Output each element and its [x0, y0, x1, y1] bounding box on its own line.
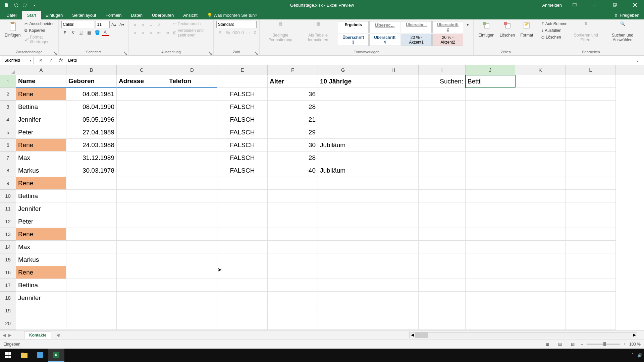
cell-K18[interactable] [515, 292, 566, 304]
font-size-select[interactable] [96, 21, 110, 28]
tab-layout[interactable]: Seitenlayout [67, 11, 101, 19]
scrollbar-thumb[interactable] [415, 333, 428, 338]
cell-I17[interactable] [419, 279, 466, 292]
cell-A11[interactable]: Jennifer [16, 202, 66, 215]
fill-button[interactable]: ↓Ausfüllen [541, 27, 568, 34]
cell-K6[interactable] [515, 139, 566, 152]
cell-G14[interactable] [318, 241, 368, 253]
cell-K2[interactable] [515, 88, 566, 101]
cell-E8[interactable]: FALSCH [217, 164, 268, 177]
col-header-E[interactable]: E [217, 65, 268, 75]
cell-C2[interactable] [117, 88, 167, 101]
taskbar-excel-icon[interactable]: X [48, 349, 64, 362]
cell-A10[interactable]: Bettina [16, 190, 66, 202]
cell-J11[interactable] [466, 202, 515, 215]
col-header-I[interactable]: I [419, 65, 466, 75]
cell-D5[interactable] [167, 126, 217, 139]
tab-home[interactable]: Start [22, 11, 41, 19]
cell-H14[interactable] [368, 241, 419, 253]
indent-increase-icon[interactable]: ⇥ [164, 29, 171, 36]
cell-C1[interactable]: Adresse [117, 75, 167, 88]
col-header-L[interactable]: L [566, 65, 616, 75]
cell-B7[interactable]: 31.12.1989 [66, 152, 117, 164]
cell-K4[interactable] [515, 113, 566, 126]
row-header-11[interactable]: 11 [0, 202, 16, 215]
tab-data[interactable]: Daten [126, 11, 147, 19]
cell-J3[interactable] [466, 101, 515, 113]
cell-D14[interactable] [167, 241, 217, 253]
cell-G11[interactable] [318, 202, 368, 215]
cell-style-akzent1[interactable]: 20 % - Akzent1 [401, 34, 432, 46]
align-bottom-icon[interactable]: ⌄ [148, 21, 155, 28]
cell-K3[interactable] [515, 101, 566, 113]
cell-L7[interactable] [566, 152, 616, 164]
cell-K12[interactable] [515, 215, 566, 228]
cell-D2[interactable] [167, 88, 217, 101]
enter-edit-icon[interactable]: ✓ [46, 57, 56, 64]
cell-L16[interactable] [566, 266, 616, 279]
cell-A15[interactable]: Markus [16, 253, 66, 266]
cell-F15[interactable] [268, 253, 318, 266]
row-header-17[interactable]: 17 [0, 279, 16, 292]
cell-A9[interactable]: Rene [16, 177, 66, 190]
cell-G5[interactable] [318, 126, 368, 139]
cell-D1[interactable]: Telefon [167, 75, 217, 88]
cell-J19[interactable] [466, 304, 515, 317]
percent-icon[interactable]: % [224, 29, 232, 36]
cell-B12[interactable] [66, 215, 117, 228]
cell-G4[interactable] [318, 113, 368, 126]
col-header-B[interactable]: B [66, 65, 117, 75]
merge-center-button[interactable]: ⊞Verbinden und zentrieren [172, 27, 211, 38]
col-header-tail[interactable] [616, 65, 644, 75]
cell-G3[interactable] [318, 101, 368, 113]
cell-L15[interactable] [566, 253, 616, 266]
cell-D7[interactable] [167, 152, 217, 164]
cell-B11[interactable] [66, 202, 117, 215]
cell-F10[interactable] [268, 190, 318, 202]
currency-icon[interactable]: $ [216, 29, 224, 36]
cell-A18[interactable]: Jennifer [16, 292, 66, 304]
cell-A7[interactable]: Max [16, 152, 66, 164]
zoom-level[interactable]: 100 % [629, 342, 641, 347]
cell-C4[interactable] [117, 113, 167, 126]
cell-K19[interactable] [515, 304, 566, 317]
cancel-edit-icon[interactable]: ✕ [36, 57, 46, 64]
cell-F13[interactable] [268, 228, 318, 241]
cell-K20[interactable] [515, 317, 566, 330]
col-header-K[interactable]: K [515, 65, 566, 75]
tray-chevron-icon[interactable]: ˄ [631, 353, 633, 358]
cell-F18[interactable] [268, 292, 318, 304]
cell-C16[interactable] [117, 266, 167, 279]
indent-decrease-icon[interactable]: ⇤ [156, 29, 163, 36]
cell-B15[interactable] [66, 253, 117, 266]
format-painter-button[interactable]: 🖌Format übertragen [24, 34, 55, 45]
cell-H16[interactable] [368, 266, 419, 279]
cell-I20[interactable] [419, 317, 466, 330]
cell-D20[interactable] [167, 317, 217, 330]
cell-E17[interactable] [217, 279, 268, 292]
cell-E11[interactable] [217, 202, 268, 215]
cell-D19[interactable] [167, 304, 217, 317]
col-header-A[interactable]: A [16, 65, 66, 75]
cell-L17[interactable] [566, 279, 616, 292]
cell-C7[interactable] [117, 152, 167, 164]
cell-I4[interactable] [419, 113, 466, 126]
cell-B10[interactable] [66, 190, 117, 202]
cell-A3[interactable]: Bettina [16, 101, 66, 113]
cell-L2[interactable] [566, 88, 616, 101]
cell-L4[interactable] [566, 113, 616, 126]
cell-L19[interactable] [566, 304, 616, 317]
cell-I11[interactable] [419, 202, 466, 215]
cell-J9[interactable] [466, 177, 515, 190]
cell-L14[interactable] [566, 241, 616, 253]
cell-H13[interactable] [368, 228, 419, 241]
cell-A20[interactable] [16, 317, 66, 330]
cell-B14[interactable] [66, 241, 117, 253]
cell-style-akzent2[interactable]: 20 % - Akzent2 [432, 34, 463, 46]
cell-G8[interactable]: Jubiläum [318, 164, 368, 177]
font-color-icon[interactable]: A [102, 29, 109, 36]
cell-G13[interactable] [318, 228, 368, 241]
cell-D17[interactable] [167, 279, 217, 292]
cell-F19[interactable] [268, 304, 318, 317]
border-icon[interactable]: ▦ [86, 29, 93, 36]
